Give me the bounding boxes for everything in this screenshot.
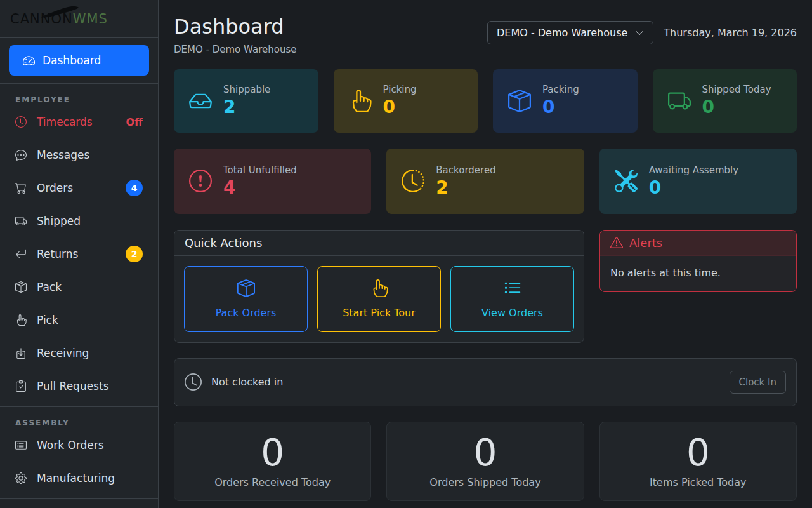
card-list-icon [15,439,27,451]
sidebar-item-orders[interactable]: Orders 4 [0,171,158,204]
sidebar-item-label: Work Orders [37,439,104,451]
today-label: Orders Received Today [214,476,331,488]
sidebar-item-dashboard[interactable]: Dashboard [9,45,149,76]
warehouse-selector-value: DEMO - Demo Warehouse [497,27,627,39]
sidebar-item-label: Pull Requests [37,380,109,392]
clock-in-button[interactable]: Clock In [730,371,786,394]
sidebar-item-returns[interactable]: Returns 2 [0,237,158,271]
start-pick-tour-label: Start Pick Tour [343,307,416,319]
stat-label: Total Unfulfilled [223,164,297,176]
stat-card-shippable: Shippable 2 [174,69,318,133]
stat-card-total-unfulfilled: Total Unfulfilled 4 [174,149,371,214]
quick-actions-title: Quick Actions [174,231,584,256]
quick-actions-panel: Quick Actions Pack Orders Start Pick Tou… [174,230,584,343]
clock-panel: Not clocked in Clock In [174,358,797,406]
start-pick-tour-button[interactable]: Start Pick Tour [317,266,441,332]
box-icon [15,281,27,293]
stat-card-packing: Packing 0 [493,69,638,133]
exclamation-circle-icon [189,170,212,192]
sidebar-item-label: Returns [37,248,78,260]
sidebar-item-label: Pack [37,281,62,293]
clock-icon [185,373,202,391]
chat-dots-icon [15,149,27,161]
stat-value: 2 [436,177,495,198]
sidebar: CANNONWMS Dashboard EMPLOYEE Timecards O… [0,0,159,508]
box-icon [237,279,255,297]
stat-card-awaiting-assembly: Awaiting Assembly 0 [599,149,797,214]
stat-value: 0 [542,97,579,117]
stat-label: Picking [383,84,417,95]
pack-orders-label: Pack Orders [216,307,277,319]
sidebar-item-label: Shipped [37,215,81,227]
today-label: Orders Shipped Today [429,476,540,488]
sidebar-item-receiving[interactable]: Receiving [0,337,158,370]
today-value: 0 [474,434,497,472]
truck-icon [668,90,691,112]
stat-card-backordered: Backordered 2 [386,149,584,214]
sidebar-item-messages[interactable]: Messages [0,138,158,171]
timecards-off-badge: Off [126,116,143,128]
sidebar-item-label: Pick [37,314,58,326]
current-date: Thursday, March 19, 2026 [664,21,797,39]
stat-value: 0 [702,97,771,117]
clock-history-icon [402,170,424,192]
returns-count-badge: 2 [126,246,143,262]
cannon-icon [39,5,80,19]
sidebar-item-shipped[interactable]: Shipped [0,204,158,237]
stat-label: Shipped Today [702,84,771,95]
gear-icon [15,472,27,484]
today-card-orders-shipped: 0 Orders Shipped Today [386,422,584,501]
sidebar-item-pack[interactable]: Pack [0,271,158,304]
chevron-down-icon [635,29,644,37]
box-icon [508,90,531,112]
sidebar-item-pull-requests[interactable]: Pull Requests [0,370,158,403]
sidebar-item-pick[interactable]: Pick [0,304,158,337]
sidebar-item-work-orders[interactable]: Work Orders [0,429,158,462]
sidebar-item-label: Orders [37,182,73,194]
stat-label: Packing [542,84,579,95]
page-header: Dashboard DEMO - Demo Warehouse DEMO - D… [174,15,797,55]
sidebar-item-timecards[interactable]: Timecards Off [0,105,158,138]
sidebar-item-manufacturing[interactable]: Manufacturing [0,462,158,495]
sidebar-section-account: ACCOUNT [0,499,158,508]
stat-value: 4 [223,177,297,198]
clock-status: Not clocked in [211,376,283,388]
stat-card-shipped-today: Shipped Today 0 [653,69,797,133]
stat-value: 2 [223,97,270,117]
page-title: Dashboard [174,15,296,39]
main-content: Dashboard DEMO - Demo Warehouse DEMO - D… [159,0,812,508]
sidebar-item-label: Messages [37,149,89,161]
today-value: 0 [686,434,710,472]
pack-orders-button[interactable]: Pack Orders [184,266,308,332]
today-value: 0 [261,434,284,472]
stat-card-picking: Picking 0 [334,69,478,133]
alerts-empty-message: No alerts at this time. [600,256,796,290]
sidebar-item-label: Timecards [37,116,93,128]
sidebar-section-assembly: ASSEMBLY [0,407,158,429]
stats-row-1: Shippable 2 Picking 0 Packing 0 Shipped … [174,69,797,133]
today-stats-row: 0 Orders Received Today 0 Orders Shipped… [174,422,797,501]
page-subtitle: DEMO - Demo Warehouse [174,44,296,55]
box-arrow-in-down-icon [15,347,27,359]
stat-label: Backordered [436,164,495,176]
clipboard-check-icon [15,380,27,392]
alerts-panel: Alerts No alerts at this time. [599,230,797,292]
inbox-icon [189,90,212,112]
alerts-title: Alerts [629,236,662,250]
warning-triangle-icon [610,236,623,249]
sidebar-item-label: Manufacturing [37,472,115,485]
stat-value: 0 [383,97,417,117]
dashboard-gauge-icon [23,55,35,67]
clock-icon [15,116,27,128]
hand-index-icon [15,314,27,326]
app-logo: CANNONWMS [0,0,158,38]
hand-index-icon [349,90,372,112]
stats-row-2: Total Unfulfilled 4 Backordered 2 Awaiti… [174,149,797,214]
orders-count-badge: 4 [126,180,143,196]
warehouse-selector[interactable]: DEMO - Demo Warehouse [487,21,653,44]
cart-icon [15,182,27,194]
view-orders-button[interactable]: View Orders [450,266,574,332]
hand-index-icon [370,279,388,297]
sidebar-item-label: Dashboard [43,54,101,67]
today-card-items-picked: 0 Items Picked Today [599,422,797,501]
